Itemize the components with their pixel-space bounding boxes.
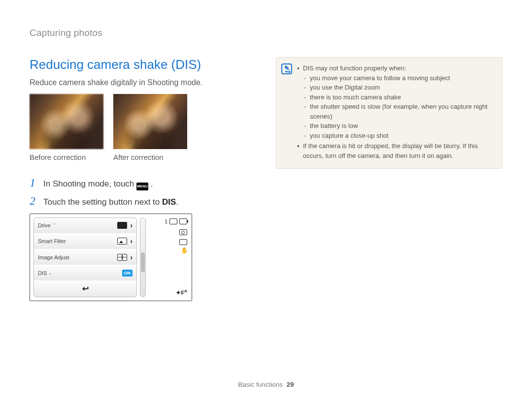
note-item: you capture a close-up shot [303, 131, 495, 141]
caption-after: After correction [113, 153, 187, 161]
note-item: the shutter speed is slow (for example, … [303, 102, 495, 121]
step-number: 2 [30, 194, 38, 208]
step-1: 1 In Shooting mode, touch MENU . [30, 176, 256, 190]
step-text: In Shooting mode, touch MENU . [43, 179, 153, 190]
note-item: the battery is low [303, 121, 495, 131]
lcd-status-strip: 1 ✦FA [149, 217, 188, 297]
lcd-row-drive[interactable]: Drive ⌃ › [33, 217, 137, 234]
lcd-row-smart-filter[interactable]: Smart Filter › [33, 234, 137, 249]
breadcrumb: Capturing photos [30, 28, 502, 38]
step-text-bold: DIS [162, 197, 176, 207]
note-item: you use the Digital zoom [303, 83, 495, 93]
lcd-scrollbar[interactable] [140, 217, 146, 297]
lcd-menu-panel: Drive ⌃ › Smart Filter › Image Adjust › … [33, 217, 137, 297]
note-extra: If the camera is hit or dropped, the dis… [297, 141, 495, 160]
step-text-part: Touch the setting button next to [43, 197, 162, 207]
lcd-row-dis[interactable]: DIS ⌄ ON [33, 265, 137, 281]
step-number: 1 [30, 176, 38, 189]
step-text-part: . [151, 179, 153, 188]
note-icon: ✎ [281, 63, 292, 74]
chevron-right-icon: › [130, 253, 133, 261]
photo-before [30, 94, 103, 149]
value-icon [117, 238, 127, 245]
note-item: you move your camera to follow a moving … [303, 73, 495, 83]
footer-section: Basic functions [238, 381, 283, 388]
caret-down-icon: ⌄ [48, 270, 52, 276]
lcd-row-image-adjust[interactable]: Image Adjust › [33, 249, 137, 265]
lcd-row-label: DIS ⌄ [38, 270, 52, 276]
note-box: ✎ DIS may not function properly when: yo… [276, 57, 502, 169]
section-heading: Reducing camera shake (DIS) [30, 57, 256, 72]
note-lead: DIS may not function properly when: you … [297, 63, 495, 140]
comparison-photos [30, 94, 256, 149]
shot-count: 1 [165, 218, 167, 224]
photo-after [113, 94, 187, 149]
lcd-back-button[interactable]: ↩ [33, 281, 137, 297]
note-item: there is too much camera shake [303, 93, 495, 102]
step-2: 2 Touch the setting button next to DIS. [30, 194, 256, 208]
lcd-row-label: Drive ⌃ [38, 222, 56, 228]
chevron-right-icon: › [130, 221, 133, 229]
step-text-part: . [176, 197, 178, 207]
value-icon [117, 254, 127, 261]
card-icon [179, 239, 187, 245]
lcd-row-label: Smart Filter [38, 238, 66, 244]
menu-icon: MENU [136, 183, 148, 190]
page-footer: Basic functions 29 [0, 381, 532, 388]
step-text-part: In Shooting mode, touch [43, 179, 136, 188]
value-icon [117, 222, 127, 229]
caret-up-icon: ⌃ [52, 222, 56, 228]
lcd-row-label: Image Adjust [38, 254, 69, 260]
dis-hand-icon [179, 249, 187, 255]
chevron-right-icon: › [130, 237, 133, 245]
section-intro: Reduce camera shake digitally in Shootin… [30, 78, 256, 87]
flash-auto-indicator: ✦FA [176, 289, 187, 296]
caption-before: Before correction [30, 153, 103, 161]
back-arrow-icon: ↩ [82, 284, 89, 293]
camera-lcd-mock: Drive ⌃ › Smart Filter › Image Adjust › … [30, 214, 192, 301]
on-badge: ON [122, 270, 133, 277]
battery-icon [179, 218, 187, 224]
footer-page-number: 29 [287, 381, 294, 388]
sd-card-icon [169, 218, 177, 224]
mode-icon [179, 229, 187, 235]
step-text: Touch the setting button next to DIS. [43, 197, 178, 207]
